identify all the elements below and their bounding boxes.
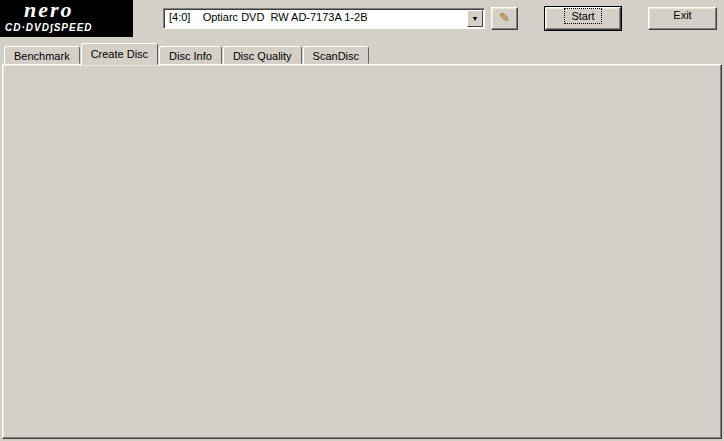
nero-logo: nero CD·DVD∫SPEED xyxy=(0,0,133,37)
nero-logo-text: nero xyxy=(24,0,74,23)
tab-benchmark[interactable]: Benchmark xyxy=(4,46,80,64)
tab-create-disc[interactable]: Create Disc xyxy=(81,43,158,65)
start-button[interactable]: Start xyxy=(545,7,621,30)
drive-select-value: [4:0] Optiarc DVD RW AD-7173A 1-2B xyxy=(169,11,464,23)
writing-hand-icon: ✎ xyxy=(499,10,510,25)
write-options-button[interactable]: ✎ xyxy=(491,7,518,30)
nero-cd-dvd-speed-window: nero CD·DVD∫SPEED [4:0] Optiarc DVD RW A… xyxy=(0,0,724,441)
tab-page-create-disc xyxy=(2,64,722,439)
chevron-down-icon[interactable]: ▼ xyxy=(467,10,483,27)
exit-button[interactable]: Exit xyxy=(648,7,717,30)
drive-select[interactable]: [4:0] Optiarc DVD RW AD-7173A 1-2B ▼ xyxy=(163,8,485,29)
cd-dvd-speed-logo-text: CD·DVD∫SPEED xyxy=(5,22,93,33)
tab-disc-info[interactable]: Disc Info xyxy=(159,46,222,64)
tab-scandisc[interactable]: ScanDisc xyxy=(303,46,369,64)
tab-disc-quality[interactable]: Disc Quality xyxy=(223,46,302,64)
tab-strip: Benchmark Create Disc Disc Info Disc Qua… xyxy=(4,46,370,64)
